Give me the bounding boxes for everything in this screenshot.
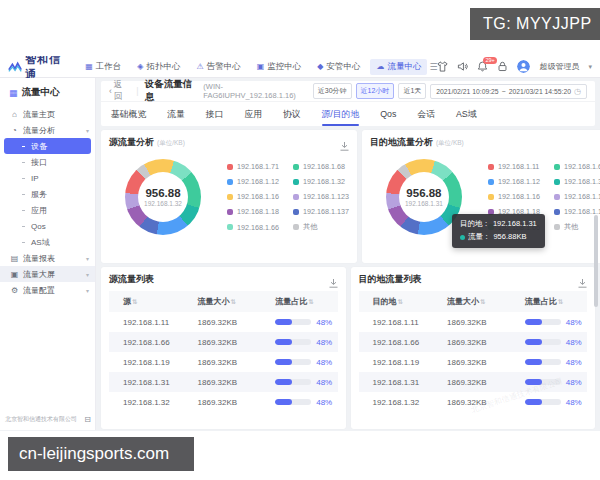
legend-item[interactable]: 192.168.1.137: [293, 207, 349, 216]
legend-item[interactable]: 192.168.1.12: [227, 177, 279, 186]
time-range-buttons: 近30分钟近12小时近1天: [313, 83, 427, 99]
theme-shirt-icon[interactable]: [437, 61, 448, 72]
column-header[interactable]: 流量占比⇅: [271, 291, 337, 312]
tab-7[interactable]: 会话: [417, 102, 435, 126]
sort-icon[interactable]: ⇅: [398, 298, 403, 305]
time-button-2[interactable]: 近1天: [398, 83, 426, 99]
download-icon[interactable]: [578, 274, 587, 292]
sort-icon[interactable]: ⇅: [231, 298, 236, 305]
legend-item[interactable]: 192.168.1.18: [227, 207, 279, 216]
sidebar-item-traffic-screen[interactable]: ▣流量大屏▾: [0, 266, 95, 282]
column-header[interactable]: 流量大小⇅: [443, 291, 521, 312]
column-header[interactable]: 流量大小⇅: [194, 291, 272, 312]
tab-1[interactable]: 流量: [167, 102, 185, 126]
sort-icon[interactable]: ⇅: [308, 298, 313, 305]
legend-item[interactable]: 其他: [293, 222, 349, 232]
legend-item[interactable]: 192.168.1.71: [227, 162, 279, 171]
dest-donut-chart[interactable]: 956.88 192.168.1.31: [386, 159, 462, 235]
legend-item[interactable]: 192.168.1.137: [554, 207, 600, 216]
source-traffic-table-card: 源流量列表 源⇅流量大小⇅流量占比⇅ 192.168.1.111869.32KB…: [101, 267, 346, 429]
column-header[interactable]: 源⇅: [109, 291, 194, 312]
nav-item-security[interactable]: ◆安管中心: [311, 59, 366, 75]
chevron-icon: ▾: [86, 127, 89, 134]
legend-item[interactable]: 192.168.1.68: [293, 162, 349, 171]
sidebar-item-traffic-analysis[interactable]: ◔流量分析▾: [0, 122, 95, 138]
sidebar-item-service[interactable]: 服务: [0, 186, 95, 202]
back-label: 返回: [114, 79, 130, 103]
speaker-icon[interactable]: [457, 61, 468, 72]
nav-item-workbench[interactable]: ▦工作台: [79, 59, 127, 75]
progress-fill: [525, 339, 542, 345]
percent-label: 48%: [566, 358, 582, 367]
sidebar-item-as-domain[interactable]: AS域: [0, 234, 95, 250]
sort-icon[interactable]: ⇅: [132, 298, 137, 305]
sidebar-item-label: 接口: [31, 157, 47, 168]
nav-item-topology[interactable]: ◈拓扑中心: [131, 59, 186, 75]
time-button-1[interactable]: 近12小时: [356, 83, 395, 99]
column-header[interactable]: 流量占比⇅: [521, 291, 587, 312]
legend-item[interactable]: 192.168.1.32: [293, 177, 349, 186]
cell-ip: 192.168.1.66: [109, 332, 194, 352]
date-range-picker[interactable]: 2021/02/21 10:09:25 ~ 2021/03/21 14:55:2…: [430, 84, 587, 99]
tab-2[interactable]: 接口: [206, 102, 224, 126]
sidebar-item-ip[interactable]: IP: [0, 170, 95, 186]
back-button[interactable]: ‹ 返回: [109, 79, 130, 103]
tab-4[interactable]: 协议: [283, 102, 301, 126]
nav-item-label: 工作台: [96, 61, 122, 73]
legend-item[interactable]: 192.168.1.12: [488, 177, 540, 186]
source-donut-chart[interactable]: 956.88 192.168.1.32: [125, 159, 201, 235]
tooltip-label: 流量：: [468, 231, 491, 244]
username[interactable]: 超级管理员: [539, 61, 579, 72]
sort-icon[interactable]: ⇅: [480, 298, 485, 305]
download-icon[interactable]: [340, 137, 349, 155]
tab-6[interactable]: Qos: [380, 102, 396, 126]
table-body: 192.168.1.111869.32KB48%192.168.1.661869…: [109, 312, 338, 412]
nav-grid-icon[interactable]: ☰: [429, 62, 437, 72]
sidebar-item-device[interactable]: 设备: [4, 138, 91, 154]
nav-item-traffic[interactable]: ☁流量中心: [370, 59, 427, 75]
tab-0[interactable]: 基础概览: [111, 102, 146, 126]
bell-icon[interactable]: 29+: [477, 61, 488, 72]
progress-track: [525, 359, 561, 365]
sub-item-dash: [22, 226, 25, 227]
sidebar-item-traffic-report[interactable]: ▤流量报表▾: [0, 250, 95, 266]
vertical-scrollbar[interactable]: [594, 215, 598, 307]
cell-ip: 192.168.1.11: [359, 312, 444, 332]
user-caret-down-icon[interactable]: ▾: [588, 63, 592, 71]
nav-item-monitor[interactable]: ▣监控中心: [251, 59, 308, 75]
sidebar-item-application[interactable]: 应用: [0, 202, 95, 218]
column-header[interactable]: 目的地⇅: [359, 291, 444, 312]
nav-item-alarm[interactable]: ⚠告警中心: [191, 59, 247, 75]
date-start: 2021/02/21 10:09:25: [436, 88, 498, 95]
download-icon[interactable]: [329, 274, 338, 292]
sidebar-item-qos[interactable]: Qos: [0, 218, 95, 234]
tab-3[interactable]: 应用: [244, 102, 262, 126]
legend-marker: [293, 179, 299, 185]
charts-row: 源流量分析 (单位/KB) 956.88 192.168.1.32: [101, 130, 595, 263]
toolbar-right: 近30分钟近12小时近1天 2021/02/21 10:09:25 ~ 2021…: [313, 83, 587, 99]
sidebar-collapse-icon[interactable]: ⊟: [84, 415, 91, 424]
sort-icon[interactable]: ⇅: [558, 298, 563, 305]
legend-item[interactable]: 192.168.1.11: [488, 162, 540, 171]
progress-track: [275, 359, 311, 365]
lock-icon[interactable]: [497, 61, 508, 72]
progress-fill: [525, 379, 542, 385]
legend-item[interactable]: 192.168.1.68: [554, 162, 600, 171]
source-traffic-chart-card: 源流量分析 (单位/KB) 956.88 192.168.1.32: [101, 130, 357, 263]
sidebar-item-traffic-home[interactable]: ⌂流量主页: [0, 106, 95, 122]
cell-ip: 192.168.1.32: [359, 392, 444, 412]
tab-8[interactable]: AS域: [456, 102, 477, 126]
legend-item[interactable]: 192.168.1.16: [488, 192, 540, 201]
legend-item[interactable]: 192.168.1.123: [293, 192, 349, 201]
sidebar-item-interface[interactable]: 接口: [0, 154, 95, 170]
legend-item[interactable]: 192.168.1.16: [227, 192, 279, 201]
tab-5[interactable]: 源/目的地: [322, 102, 360, 126]
cell-percent: 48%: [271, 392, 337, 412]
legend-marker: [227, 179, 233, 185]
legend-item[interactable]: 192.168.1.66: [227, 222, 279, 232]
sidebar-item-traffic-config[interactable]: ⚙流量配置▾: [0, 282, 95, 298]
legend-item[interactable]: 192.168.1.123: [554, 192, 600, 201]
time-button-0[interactable]: 近30分钟: [313, 83, 352, 99]
legend-item[interactable]: 192.168.1.31: [554, 177, 600, 186]
user-avatar[interactable]: [517, 60, 530, 73]
